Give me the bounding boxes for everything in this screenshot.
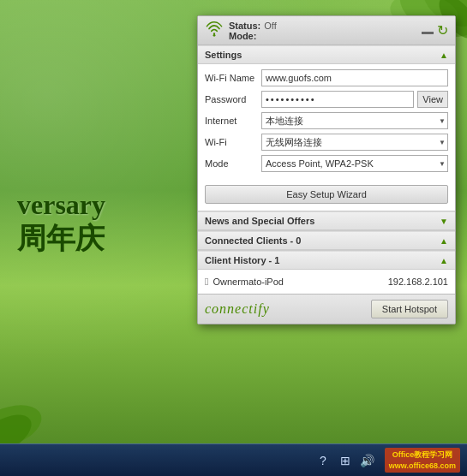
mode-line: Mode:: [229, 31, 277, 41]
status-mode-block: Status: Off Mode:: [229, 21, 277, 41]
mode-select-label: Mode: [205, 158, 258, 169]
password-input[interactable]: [261, 91, 414, 108]
minimize-button[interactable]: [422, 32, 434, 34]
mode-select[interactable]: Access Point, WPA2-PSK Ad Hoc, WPA2-PSK: [261, 155, 448, 172]
taskbar-help-icon[interactable]: ?: [314, 452, 332, 469]
anniversary-chinese: 周年庆: [17, 221, 105, 256]
title-bar: Status: Off Mode: ↻: [198, 16, 455, 45]
wifi-row: Wi-Fi 无线网络连接 本地连接 ▼: [205, 134, 448, 151]
status-value: Off: [264, 21, 276, 31]
watermark-line2: www.office68.com: [389, 461, 456, 472]
client-ip: 192.168.2.101: [388, 277, 448, 287]
svg-point-6: [213, 34, 216, 37]
connected-clients-label: Connected Clients - 0: [205, 235, 301, 246]
anniversary-english: versary: [17, 188, 105, 221]
internet-row: Internet 本地连接 无线网络连接 ▼: [205, 112, 448, 129]
wifi-select-label: Wi-Fi: [205, 137, 258, 147]
refresh-icon[interactable]: ↻: [437, 22, 448, 39]
connected-clients-section: Connected Clients - 0 ▲: [198, 230, 455, 250]
wifi-select-wrapper: 无线网络连接 本地连接 ▼: [261, 134, 448, 151]
client-name: Ownermato-iPod: [213, 277, 284, 287]
client-history-header[interactable]: Client History - 1 ▲: [198, 251, 455, 270]
leaf-decoration-bottom: [0, 375, 69, 443]
news-section-header[interactable]: News and Special Offers ▼: [198, 211, 455, 230]
wifi-name-label: Wi-Fi Name: [205, 73, 258, 83]
table-row:  Ownermato-iPod 192.168.2.101: [205, 274, 448, 289]
settings-arrow-icon: ▲: [440, 51, 448, 60]
status-line: Status: Off: [229, 21, 277, 31]
news-label: News and Special Offers: [205, 216, 314, 226]
mode-select-wrapper: Access Point, WPA2-PSK Ad Hoc, WPA2-PSK …: [261, 155, 448, 172]
news-arrow-icon: ▼: [440, 217, 448, 226]
mode-row: Mode Access Point, WPA2-PSK Ad Hoc, WPA2…: [205, 155, 448, 172]
password-row: Password View: [205, 91, 448, 108]
settings-form: Wi-Fi Name Password View Internet 本地连接 无…: [198, 64, 455, 181]
taskbar: ? ⊞ 🔊 Office教程学习网 www.office68.com: [0, 443, 467, 476]
news-section: News and Special Offers ▼: [198, 211, 455, 230]
wifi-name-input[interactable]: [261, 69, 448, 86]
internet-select[interactable]: 本地连接 无线网络连接: [261, 112, 448, 129]
client-history-body:  Ownermato-iPod 192.168.2.101: [198, 270, 455, 294]
taskbar-windows-icon[interactable]: ⊞: [337, 452, 354, 469]
wifi-icon: [205, 20, 224, 41]
client-history-section: Client History - 1 ▲  Ownermato-iPod 19…: [198, 250, 455, 294]
connectify-logo: connectify: [205, 301, 270, 317]
easy-setup-wizard-button[interactable]: Easy Setup Wizard: [205, 185, 448, 204]
wifi-select[interactable]: 无线网络连接 本地连接: [261, 134, 448, 151]
settings-label: Settings: [205, 50, 242, 60]
taskbar-audio-icon[interactable]: 🔊: [359, 452, 376, 469]
client-history-label: Client History - 1: [205, 255, 279, 265]
client-history-arrow-icon: ▲: [440, 256, 448, 265]
title-bar-right: ↻: [422, 22, 448, 39]
watermark-line1: Office教程学习网: [389, 449, 456, 461]
view-password-button[interactable]: View: [417, 91, 448, 108]
settings-section-header[interactable]: Settings ▲: [198, 45, 455, 64]
internet-select-wrapper: 本地连接 无线网络连接 ▼: [261, 112, 448, 129]
app-footer: connectify Start Hotspot: [198, 294, 455, 324]
apple-device-icon: : [205, 276, 208, 288]
connected-clients-header[interactable]: Connected Clients - 0 ▲: [198, 231, 455, 250]
status-label: Status:: [229, 21, 260, 31]
connected-clients-arrow-icon: ▲: [440, 236, 448, 246]
title-bar-left: Status: Off Mode:: [205, 20, 277, 41]
taskbar-watermark: Office教程学习网 www.office68.com: [385, 448, 460, 473]
mode-label: Mode:: [229, 31, 256, 41]
client-left:  Ownermato-iPod: [205, 276, 284, 288]
app-window: Status: Off Mode: ↻ Settings ▲ Wi-Fi Nam…: [197, 15, 456, 324]
wifi-name-row: Wi-Fi Name: [205, 69, 448, 86]
anniversary-block: versary 周年庆: [17, 188, 105, 256]
internet-label: Internet: [205, 116, 258, 126]
taskbar-icons: ? ⊞ 🔊: [314, 452, 376, 469]
taskbar-right: ? ⊞ 🔊 Office教程学习网 www.office68.com: [314, 448, 460, 473]
start-hotspot-button[interactable]: Start Hotspot: [371, 300, 448, 318]
password-label: Password: [205, 94, 258, 104]
